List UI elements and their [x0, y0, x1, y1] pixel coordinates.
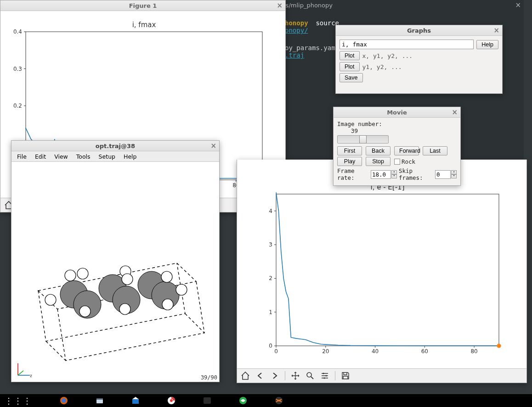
- figure2-plot: i, e - E[-1]01234020406080: [237, 160, 526, 369]
- svg-point-53: [119, 304, 130, 315]
- svg-point-63: [62, 398, 66, 403]
- svg-text:2: 2: [269, 275, 272, 281]
- close-icon[interactable]: ×: [515, 1, 521, 9]
- svg-point-68: [170, 399, 173, 402]
- pan-icon[interactable]: [291, 371, 300, 380]
- svg-point-55: [161, 271, 172, 282]
- menu-file[interactable]: File: [13, 152, 30, 161]
- firefox-icon[interactable]: [60, 396, 68, 405]
- terminal-link[interactable]: onopy/: [285, 27, 308, 34]
- svg-point-51: [79, 306, 91, 317]
- figure1-title: Figure 1: [129, 2, 157, 9]
- close-icon[interactable]: ×: [277, 1, 283, 10]
- svg-point-48: [45, 294, 56, 305]
- structure-view: [11, 162, 219, 382]
- play-button[interactable]: Play: [337, 157, 362, 166]
- image-slider[interactable]: [337, 135, 389, 143]
- movie-title: Movie: [387, 109, 407, 116]
- svg-text:20: 20: [322, 348, 329, 355]
- first-button[interactable]: First: [337, 146, 362, 155]
- home-icon[interactable]: [241, 371, 250, 380]
- asegui-canvas[interactable]: z 39/90: [11, 162, 219, 382]
- svg-rect-65: [96, 398, 103, 400]
- terminal-titlebar[interactable]: -tutorials/mlip_phonopy ×: [257, 0, 524, 10]
- svg-text:60: 60: [421, 348, 428, 355]
- svg-point-39: [323, 373, 324, 374]
- terminal-icon[interactable]: >_: [203, 396, 211, 405]
- forward-button[interactable]: Forward: [394, 146, 419, 155]
- store-icon[interactable]: [131, 396, 140, 405]
- svg-text:4: 4: [269, 208, 272, 214]
- menu-edit[interactable]: Edit: [31, 152, 50, 161]
- svg-text:0: 0: [269, 343, 272, 349]
- help-button[interactable]: Help: [476, 40, 498, 49]
- svg-rect-66: [132, 399, 139, 404]
- help-icon[interactable]: [167, 396, 175, 405]
- menu-setup[interactable]: Setup: [95, 152, 119, 161]
- svg-text:0: 0: [274, 348, 278, 355]
- svg-text:z: z: [30, 373, 32, 378]
- stop-button[interactable]: Stop: [366, 157, 391, 166]
- zoom-icon[interactable]: [306, 371, 315, 380]
- movie-window: Movie × Image number: 39 First Back Forw…: [333, 107, 461, 186]
- close-icon[interactable]: ×: [210, 142, 216, 150]
- graphs-expression-input[interactable]: [340, 40, 474, 49]
- svg-line-60: [18, 371, 23, 375]
- save-button[interactable]: Save: [340, 73, 363, 82]
- asegui-window: opt.traj@38 × File Edit View Tools Setup…: [11, 140, 220, 382]
- asegui-title: opt.traj@38: [96, 143, 135, 149]
- svg-text:0.2: 0.2: [13, 103, 22, 109]
- configure-icon[interactable]: [320, 371, 329, 380]
- figure2-window: × i, e - E[-1]01234020406080: [237, 160, 527, 383]
- svg-text:0.4: 0.4: [13, 29, 22, 35]
- hint-text: x, y1, y2, ...: [362, 52, 413, 59]
- rock-label: Rock: [402, 158, 415, 165]
- asegui-menubar: File Edit View Tools Setup Help: [11, 151, 219, 162]
- svg-point-40: [325, 375, 327, 376]
- skip-frames-spin[interactable]: ▴▾: [435, 170, 457, 179]
- menu-tools[interactable]: Tools: [73, 152, 94, 161]
- apps-icon[interactable]: ⋮⋮⋮: [5, 396, 32, 406]
- taskbar[interactable]: ⋮⋮⋮ >_: [0, 394, 532, 407]
- image-number-label: Image number:: [337, 120, 457, 127]
- axes-icon: z: [14, 361, 33, 379]
- graphs-window: Graphs × Help Plot x, y1, y2, ... Plot y…: [335, 25, 503, 94]
- rock-checkbox[interactable]: [394, 159, 400, 165]
- svg-point-49: [65, 270, 76, 281]
- separator: [335, 371, 335, 380]
- save-icon[interactable]: [341, 371, 350, 380]
- svg-point-54: [122, 274, 133, 285]
- remote-icon[interactable]: [239, 396, 247, 405]
- menu-help[interactable]: Help: [120, 152, 141, 161]
- svg-text:>_: >_: [205, 398, 211, 403]
- terminal-link[interactable]: .traj: [285, 52, 304, 59]
- separator: [285, 371, 285, 380]
- close-icon[interactable]: ×: [493, 26, 499, 34]
- frame-rate-label: Frame rate:: [337, 167, 369, 181]
- graphs-titlebar[interactable]: Graphs ×: [336, 25, 502, 36]
- asegui-titlebar[interactable]: opt.traj@38 ×: [11, 141, 219, 151]
- svg-point-50: [77, 268, 88, 279]
- jupyter-icon[interactable]: [275, 396, 283, 405]
- svg-point-56: [162, 299, 173, 310]
- back-button[interactable]: Back: [366, 146, 391, 155]
- svg-point-38: [307, 373, 311, 377]
- plot-y-button[interactable]: Plot: [340, 62, 360, 71]
- svg-point-41: [323, 377, 325, 378]
- hint-text: y1, y2, ...: [362, 63, 402, 70]
- forward-icon[interactable]: [270, 371, 279, 380]
- svg-point-37: [497, 344, 501, 348]
- figure1-titlebar[interactable]: Figure 1 ×: [0, 0, 285, 11]
- movie-titlebar[interactable]: Movie ×: [334, 107, 460, 118]
- files-icon[interactable]: [96, 396, 104, 405]
- frame-rate-spin[interactable]: ▴▾: [371, 170, 397, 179]
- skip-frames-label: Skip frames:: [399, 167, 433, 181]
- menu-view[interactable]: View: [51, 152, 72, 161]
- close-icon[interactable]: ×: [452, 108, 458, 116]
- svg-text:0.3: 0.3: [13, 66, 22, 72]
- last-button[interactable]: Last: [423, 146, 447, 155]
- graphs-title: Graphs: [407, 27, 431, 34]
- back-icon[interactable]: [255, 371, 265, 380]
- plot-xy-button[interactable]: Plot: [340, 51, 360, 60]
- svg-text:40: 40: [372, 348, 379, 355]
